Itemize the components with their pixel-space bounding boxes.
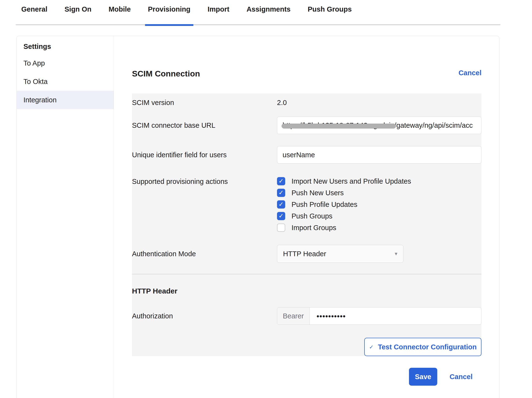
checkbox-label: Import New Users and Profile Updates [292, 177, 411, 185]
tab-mobile[interactable]: Mobile [109, 5, 131, 25]
check-icon [278, 213, 284, 219]
unique-id-value: userName [283, 151, 315, 159]
sidebar-item-integration[interactable]: Integration [17, 91, 114, 109]
check-icon [278, 178, 284, 184]
checkbox-label: Push Profile Updates [292, 201, 357, 209]
tab-assignments[interactable]: Assignments [247, 5, 291, 25]
scim-version-row: SCIM version 2.0 [132, 93, 481, 112]
base-url-input[interactable]: https://b5bd-125-19-67-142.ngrok.io/gate… [277, 117, 481, 134]
authorization-token-input[interactable]: ●●●●●●●●●● [310, 308, 346, 324]
test-connector-button[interactable]: ✓ Test Connector Configuration [364, 338, 481, 356]
auth-mode-value: HTTP Header [283, 250, 326, 258]
authorization-label: Authorization [132, 312, 277, 320]
tab-general[interactable]: General [21, 5, 47, 25]
auth-mode-label: Authentication Mode [132, 250, 277, 258]
checkbox[interactable] [277, 200, 285, 209]
action-import-groups[interactable]: Import Groups [277, 224, 411, 232]
checkbox[interactable] [277, 189, 285, 197]
unique-id-label: Unique identifier field for users [132, 151, 277, 159]
settings-sidebar: Settings To App To Okta Integration [17, 36, 114, 398]
checkbox-label: Import Groups [292, 224, 336, 232]
authorization-masked-value: ●●●●●●●●●● [316, 313, 346, 319]
test-connector-label: Test Connector Configuration [378, 343, 477, 351]
scim-settings-panel: SCIM version 2.0 SCIM connector base URL… [132, 93, 481, 356]
scim-connection-main: SCIM Connection Cancel SCIM version 2.0 … [114, 36, 499, 398]
unique-id-input[interactable]: userName [277, 146, 481, 164]
check-icon: ✓ [369, 344, 373, 350]
auth-mode-select[interactable]: HTTP Header ▾ [277, 245, 403, 263]
base-url-visible-text: /gateway/ng/api/scim/acc [394, 121, 473, 129]
provisioning-card: Settings To App To Okta Integration SCIM… [16, 36, 499, 398]
action-push-new-users[interactable]: Push New Users [277, 189, 411, 197]
base-url-redacted-text: https://b5bd-125-19-67-142.ngrok.io [283, 121, 394, 129]
scim-version-value: 2.0 [277, 99, 287, 107]
authorization-input-group: Bearer ●●●●●●●●●● [277, 307, 481, 325]
title-row: SCIM Connection Cancel [132, 69, 481, 78]
sidebar-header: Settings [17, 39, 114, 54]
page-title: SCIM Connection [132, 69, 200, 78]
tab-sign-on[interactable]: Sign On [65, 5, 91, 25]
footer-actions: Save Cancel [132, 368, 481, 386]
sidebar-item-to-okta[interactable]: To Okta [17, 72, 114, 91]
app-tab-bar: General Sign On Mobile Provisioning Impo… [0, 0, 532, 25]
unique-id-row: Unique identifier field for users userNa… [132, 146, 481, 164]
cancel-link-top[interactable]: Cancel [459, 69, 481, 77]
authorization-prefix: Bearer [277, 308, 310, 324]
checkbox[interactable] [277, 224, 285, 232]
authorization-row: Authorization Bearer ●●●●●●●●●● [132, 307, 481, 325]
chevron-down-icon: ▾ [395, 251, 397, 257]
provisioning-actions-label: Supported provisioning actions [132, 177, 277, 186]
section-divider [132, 274, 481, 274]
base-url-row: SCIM connector base URL https://b5bd-125… [132, 117, 481, 134]
test-connector-row: ✓ Test Connector Configuration [132, 338, 481, 356]
tab-provisioning[interactable]: Provisioning [148, 5, 190, 25]
base-url-label: SCIM connector base URL [132, 121, 277, 129]
cancel-link-bottom[interactable]: Cancel [450, 373, 473, 381]
provisioning-actions-row: Supported provisioning actions Import Ne… [132, 177, 481, 232]
check-icon [278, 201, 284, 207]
auth-mode-row: Authentication Mode HTTP Header ▾ [132, 245, 481, 263]
http-header-section-title: HTTP Header [132, 287, 481, 295]
checkbox-label: Push Groups [292, 212, 332, 220]
action-push-profile-updates[interactable]: Push Profile Updates [277, 200, 411, 209]
sidebar-item-to-app[interactable]: To App [17, 54, 114, 72]
action-import-new-users[interactable]: Import New Users and Profile Updates [277, 177, 411, 185]
tab-push-groups[interactable]: Push Groups [308, 5, 352, 25]
scim-version-label: SCIM version [132, 99, 277, 107]
action-push-groups[interactable]: Push Groups [277, 212, 411, 220]
checkbox[interactable] [277, 177, 285, 185]
checkbox-label: Push New Users [292, 189, 344, 197]
check-icon [278, 189, 284, 196]
provisioning-actions-list: Import New Users and Profile Updates Pus… [277, 177, 411, 232]
checkbox[interactable] [277, 212, 285, 220]
provisioning-settings-page: General Sign On Mobile Provisioning Impo… [0, 0, 532, 398]
save-button[interactable]: Save [409, 368, 437, 386]
tab-import[interactable]: Import [208, 5, 229, 25]
